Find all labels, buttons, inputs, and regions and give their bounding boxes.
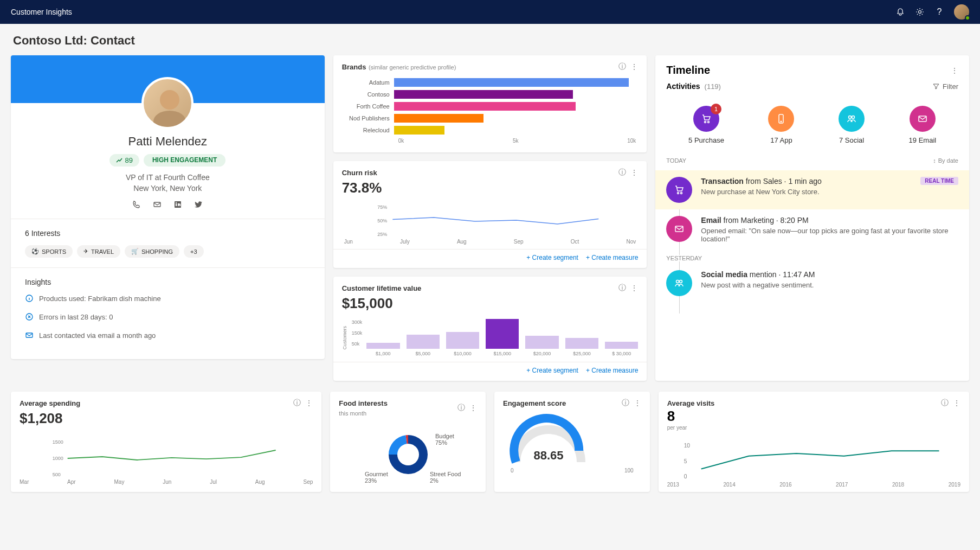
svg-point-19 — [681, 193, 682, 194]
mail-icon[interactable] — [153, 200, 162, 209]
churn-chart: 25%50%75% JunJulyAugSepOctNov — [333, 201, 647, 249]
page-heading: Contoso Ltd: Contact — [0, 24, 980, 55]
svg-text:1500: 1500 — [53, 439, 63, 445]
clv-card: Customer lifetime value ⓘ ⋮ $15,000 Cust… — [333, 277, 647, 381]
svg-text:0: 0 — [684, 474, 687, 479]
create-measure-link[interactable]: + Create measure — [586, 367, 638, 374]
twitter-icon[interactable] — [194, 200, 203, 209]
user-avatar[interactable] — [954, 4, 969, 20]
svg-text:Gourmet: Gourmet — [365, 471, 388, 477]
gear-icon[interactable] — [915, 7, 925, 17]
clv-chart: Customers 300k150k50k $1,000$5,000$10,00… — [333, 316, 647, 362]
travel-icon: ✈ — [83, 248, 88, 255]
create-segment-link[interactable]: + Create segment — [526, 367, 578, 374]
top-bar-actions: ? — [895, 4, 969, 20]
activity-type[interactable]: 1 5 Purchase — [688, 106, 724, 144]
info-icon[interactable]: ⓘ — [618, 168, 626, 177]
svg-point-22 — [680, 280, 682, 283]
svg-text:23%: 23% — [365, 477, 377, 484]
mail-outline-icon — [25, 331, 34, 340]
info-icon[interactable]: ⓘ — [618, 283, 626, 293]
svg-text:10: 10 — [684, 443, 690, 449]
more-icon[interactable]: ⋮ — [630, 284, 638, 292]
activities-label: Activities — [666, 82, 700, 91]
food-card: Food intereststhis month ⓘ⋮ Budget75% Go… — [330, 392, 486, 492]
info-icon[interactable]: ⓘ — [622, 398, 629, 408]
activity-type[interactable]: 19 Email — [909, 106, 937, 144]
clv-value: $15,000 — [333, 293, 647, 316]
engagement-score: 89 — [109, 154, 139, 167]
churn-title: Churn risk — [342, 169, 377, 177]
timeline-today: TODAY — [666, 157, 686, 164]
food-title: Food interests — [339, 399, 388, 407]
brand-row: Forth Coffee — [344, 102, 636, 111]
svg-point-21 — [676, 280, 679, 283]
engagement-title: Engagement score — [503, 399, 566, 407]
svg-text:50%: 50% — [377, 218, 387, 223]
visits-title: Average visits — [667, 399, 715, 407]
create-measure-link[interactable]: + Create measure — [586, 254, 638, 261]
info-circle-icon — [25, 294, 34, 303]
svg-text:75%: 75% — [435, 439, 447, 446]
info-icon[interactable]: ⓘ — [618, 62, 626, 72]
svg-text:1000: 1000 — [53, 456, 63, 461]
interests-heading: 6 Interests — [25, 229, 311, 238]
spending-chart: 50010001500 MarAprMayJunJulAugSep — [11, 431, 321, 489]
info-icon[interactable]: ⓘ — [457, 403, 465, 413]
chip-travel[interactable]: ✈TRAVEL — [77, 245, 120, 258]
churn-value: 73.8% — [333, 177, 647, 201]
more-icon[interactable]: ⋮ — [630, 62, 638, 71]
filter-button[interactable]: Filter — [933, 82, 958, 91]
svg-text:5: 5 — [684, 458, 687, 464]
churn-card: Churn risk ⓘ ⋮ 73.8% 25%50%75% JunJulyAu… — [333, 161, 647, 268]
chip-sports[interactable]: ⚽SPORTS — [25, 245, 73, 258]
chip-shopping[interactable]: 🛒SHOPPING — [125, 245, 179, 258]
app-title: Customer Insights — [11, 8, 72, 16]
timeline-item[interactable]: Social media mention · 11:47 AM New post… — [666, 264, 958, 303]
info-icon[interactable]: ⓘ — [293, 398, 301, 408]
info-icon[interactable]: ⓘ — [941, 398, 949, 408]
timeline-item[interactable]: REAL TIMETransaction from Sales · 1 min … — [655, 170, 969, 209]
svg-rect-17 — [919, 116, 926, 121]
svg-text:88.65: 88.65 — [533, 449, 563, 462]
more-icon[interactable]: ⋮ — [953, 399, 960, 407]
create-segment-link[interactable]: + Create segment — [526, 254, 578, 261]
more-icon[interactable]: ⋮ — [951, 66, 958, 75]
more-icon[interactable]: ⋮ — [630, 168, 638, 177]
visits-value: 8 — [659, 408, 969, 425]
spending-card: Average spending ⓘ⋮ $1,208 50010001500 M… — [11, 392, 321, 492]
top-bar: Customer Insights ? — [0, 0, 980, 24]
svg-point-12 — [707, 121, 709, 123]
sort-button[interactable]: ↕ By date — [933, 157, 958, 164]
svg-rect-1 — [154, 202, 160, 207]
more-icon[interactable]: ⋮ — [305, 399, 313, 407]
chip-more[interactable]: +3 — [184, 245, 204, 258]
timeline-card: Timeline ⋮ Activities (119) Filter 1 5 P… — [655, 55, 969, 381]
filter-icon — [933, 83, 939, 89]
activity-type[interactable]: 7 Social — [839, 106, 865, 144]
brands-chart: Adatum Contoso Forth Coffee Nod Publishe… — [333, 72, 647, 152]
profile-location: New York, New York — [22, 184, 314, 193]
svg-text:500: 500 — [53, 472, 61, 477]
profile-job-title: VP of IT at Fourth Coffee — [22, 173, 314, 182]
svg-text:Street Food: Street Food — [430, 471, 461, 477]
timeline-item[interactable]: Email from Marketing · 8:20 PM Opened em… — [666, 209, 958, 250]
more-icon[interactable]: ⋮ — [469, 404, 477, 412]
activity-type[interactable]: 17 App — [768, 106, 794, 144]
engagement-badge: HIGH ENGAGEMENT — [144, 154, 225, 167]
brand-row: Contoso — [344, 90, 636, 99]
interest-chips: ⚽SPORTS ✈TRAVEL 🛒SHOPPING +3 — [25, 245, 311, 258]
more-icon[interactable]: ⋮ — [634, 399, 641, 407]
svg-point-0 — [919, 11, 921, 14]
bell-icon[interactable] — [895, 7, 905, 17]
timeline-list: TODAY ↕ By date REAL TIMETransaction fro… — [655, 157, 969, 314]
svg-point-4 — [176, 202, 177, 203]
insights-heading: Insights — [25, 278, 311, 286]
profile-avatar[interactable] — [141, 77, 194, 129]
phone-icon[interactable] — [132, 200, 141, 209]
help-icon[interactable]: ? — [934, 7, 944, 17]
engagement-card: Engagement score ⓘ⋮ 50 88.65 0100 — [494, 392, 650, 492]
activities-count: (119) — [705, 82, 721, 91]
activity-summary: 1 5 Purchase 17 App 7 Social 19 Email — [655, 99, 969, 157]
linkedin-icon[interactable] — [173, 200, 182, 209]
